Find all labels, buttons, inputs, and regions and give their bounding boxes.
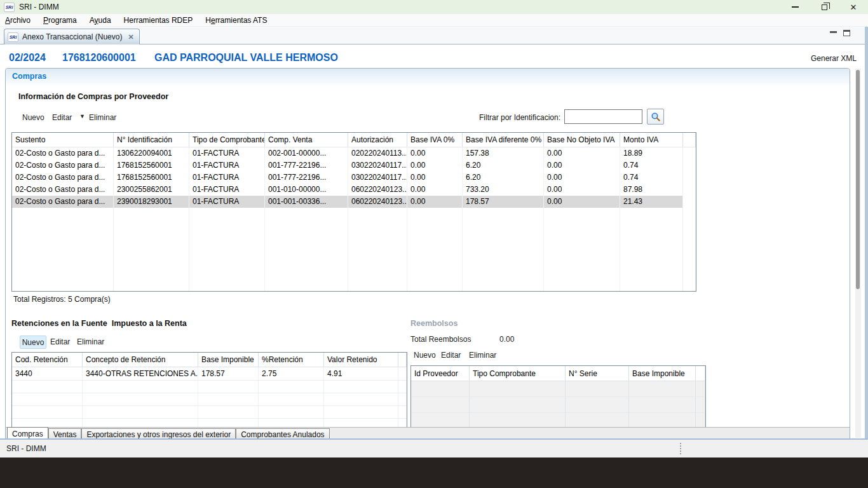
cell: 001-777-22196... <box>265 159 348 172</box>
cell: 001-001-00336... <box>265 196 348 208</box>
cell: 4.91 <box>324 367 398 380</box>
cell: 6.20 <box>463 159 544 172</box>
menu-herramientas-ats[interactable]: Herramientas ATS <box>199 14 273 27</box>
close-button[interactable]: ✕ <box>839 0 868 14</box>
column-header[interactable]: Sustento <box>12 133 114 147</box>
editar-dropdown-icon[interactable]: ▼ <box>79 113 85 119</box>
vertical-scrollbar[interactable] <box>855 69 861 438</box>
status-bar: SRI - DIMM <box>0 440 868 458</box>
cell: 0.74 <box>620 172 683 184</box>
column-header[interactable]: Id Proveedor <box>411 366 470 381</box>
retenciones-title: Retenciones en la Fuente Impuesto a la R… <box>11 319 187 328</box>
filter-label: Filtrar por Identificacion: <box>479 113 560 122</box>
column-header[interactable]: Valor Retenido <box>324 353 398 367</box>
resize-gripper[interactable] <box>680 442 681 456</box>
cell: 0.00 <box>407 159 463 172</box>
window-title: SRI - DIMM <box>19 3 59 11</box>
reembolsos-editar-button[interactable]: Editar <box>441 351 461 360</box>
menu-herramientas-rdep[interactable]: Herramientas RDEP <box>118 14 200 27</box>
reembolsos-table-header: Id Proveedor Tipo Comprobante N° Serie B… <box>411 366 705 381</box>
column-header-filler <box>398 353 407 367</box>
retenciones-editar-button[interactable]: Editar <box>50 337 70 346</box>
compras-info-title: Información de Compras por Proveedor <box>18 92 168 101</box>
empty-row <box>411 397 705 413</box>
column-header[interactable]: Autorización <box>348 133 407 147</box>
cell: 01-FACTURA <box>189 147 265 159</box>
cell: 0.00 <box>407 147 463 159</box>
column-header[interactable]: %Retención <box>259 353 324 367</box>
tab-close-icon[interactable]: ✕ <box>128 33 133 41</box>
menu-programa[interactable]: Programa <box>37 14 83 27</box>
cell: 2390018293001 <box>114 196 189 208</box>
cell: 02-Costo o Gasto para d... <box>12 159 114 172</box>
cell: 0.00 <box>544 184 620 196</box>
menu-bar: Archivo Programa Ayuda Herramientas RDEP… <box>0 14 868 27</box>
document-header: 02/2024 1768120600001 GAD PARROQUIAL VAL… <box>0 44 864 68</box>
cell: 21.43 <box>620 196 683 208</box>
view-maximize-icon[interactable] <box>843 30 850 36</box>
compras-table: Sustento N° Identificación Tipo de Compr… <box>11 132 696 292</box>
cell: 01-FACTURA <box>189 172 265 184</box>
window-right-border <box>865 27 868 438</box>
table-row[interactable]: 3440 3440-OTRAS RETENCIONES A... 178.57 … <box>12 367 407 381</box>
cell: 0.00 <box>407 184 463 196</box>
cell-filler <box>683 147 696 159</box>
retenciones-table-header: Cod. Retención Concepto de Retención Bas… <box>12 353 407 367</box>
cell: 02-Costo o Gasto para d... <box>12 196 114 208</box>
tab-label: Anexo Transaccional (Nuevo) <box>22 32 122 41</box>
restore-button[interactable] <box>810 0 839 14</box>
table-row[interactable]: 02-Costo o Gasto para d... 2300255862001… <box>12 184 696 196</box>
cell: 1306220094001 <box>114 147 189 159</box>
column-header[interactable]: Cod. Retención <box>12 353 83 367</box>
period-label: 02/2024 <box>9 52 46 64</box>
cell: 87.98 <box>620 184 683 196</box>
compras-eliminar-button[interactable]: Eliminar <box>89 113 116 122</box>
cell: 001-777-22196... <box>265 172 348 184</box>
filter-search-button[interactable] <box>647 109 664 125</box>
compras-editar-button[interactable]: Editar <box>52 113 72 122</box>
cell: 0.00 <box>544 196 620 208</box>
column-header[interactable]: N° Serie <box>566 366 629 381</box>
generar-xml-button[interactable]: Generar XML <box>811 54 857 63</box>
column-header[interactable]: Tipo Comprobante <box>470 366 566 381</box>
filter-input[interactable] <box>564 109 642 124</box>
cell: 3440-OTRAS RETENCIONES A... <box>83 367 198 380</box>
cell: 060220240123... <box>348 196 407 208</box>
cell: 030220240117... <box>348 159 407 172</box>
retenciones-eliminar-button[interactable]: Eliminar <box>77 337 104 346</box>
table-row-selected[interactable]: 02-Costo o Gasto para d... 2390018293001… <box>12 196 696 208</box>
cell: 2300255862001 <box>114 184 189 196</box>
column-header[interactable]: Base Imponible <box>629 366 696 381</box>
tab-anexo-transaccional[interactable]: SRi Anexo Transaccional (Nuevo) ✕ <box>4 29 140 44</box>
cell: 02-Costo o Gasto para d... <box>12 172 114 184</box>
column-header[interactable]: Tipo de Comprobante <box>189 133 265 147</box>
minimize-button[interactable] <box>780 0 810 14</box>
view-minimize-icon[interactable] <box>830 31 837 33</box>
reembolsos-nuevo-button[interactable]: Nuevo <box>414 351 436 360</box>
compras-nuevo-button[interactable]: Nuevo <box>22 113 44 122</box>
column-header[interactable]: Base No Objeto IVA <box>544 133 620 147</box>
column-header[interactable]: Base Imponible <box>198 353 259 367</box>
table-row[interactable]: 02-Costo o Gasto para d... 1768152560001… <box>12 172 696 184</box>
menu-archivo[interactable]: Archivo <box>0 14 37 27</box>
retenciones-nuevo-button[interactable]: Nuevo <box>20 336 46 349</box>
windows-taskbar: 1 23°C Mayorm. nublado Búsqueda <box>0 458 868 488</box>
column-header[interactable]: N° Identificación <box>114 133 189 147</box>
cell: 01-FACTURA <box>189 159 265 172</box>
column-header[interactable]: Base IVA diferente 0% <box>463 133 544 147</box>
app-window: SRi SRI - DIMM ✕ Archivo Programa Ayuda … <box>0 0 868 458</box>
scrollbar-thumb[interactable] <box>856 70 860 289</box>
table-row[interactable]: 02-Costo o Gasto para d... 1306220094001… <box>12 147 696 159</box>
table-row[interactable]: 02-Costo o Gasto para d... 1768152560001… <box>12 159 696 172</box>
cell: 157.38 <box>463 147 544 159</box>
column-header[interactable]: Comp. Venta <box>265 133 348 147</box>
menu-ayuda[interactable]: Ayuda <box>83 14 118 27</box>
cell: 020220240113... <box>348 147 407 159</box>
cell: 733.20 <box>463 184 544 196</box>
column-header[interactable]: Base IVA 0% <box>407 133 463 147</box>
reembolsos-eliminar-button[interactable]: Eliminar <box>469 351 496 360</box>
cell: 02-Costo o Gasto para d... <box>12 184 114 196</box>
column-header[interactable]: Monto IVA <box>620 133 683 147</box>
column-header[interactable]: Concepto de Retención <box>83 353 198 367</box>
column-header-filler <box>696 366 705 381</box>
